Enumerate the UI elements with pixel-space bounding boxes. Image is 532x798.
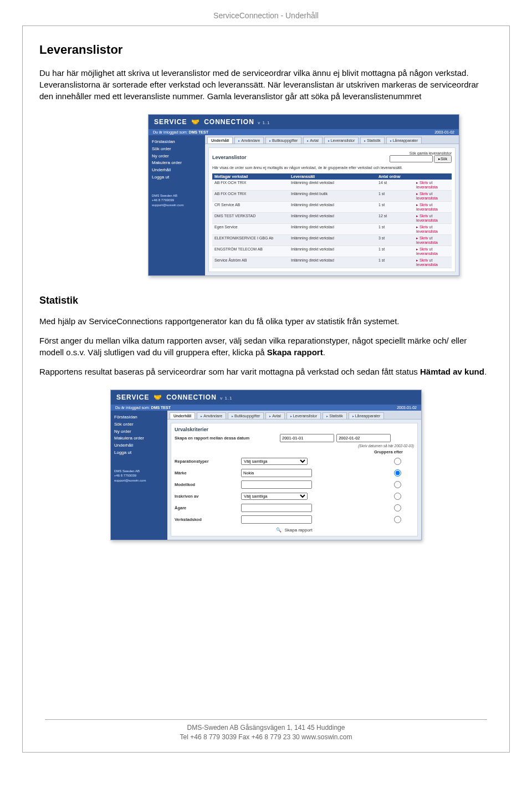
print-link[interactable]: ▸Skriv ut leveranslista <box>414 257 452 268</box>
tab-butiksuppgifter[interactable]: ▸Butiksuppgifter <box>228 412 264 419</box>
panel-title: Leveranslistor <box>212 155 247 160</box>
modellkod-input[interactable] <box>241 480 312 489</box>
section1-paragraph: Du har här möjlighet att skriva ut lever… <box>39 67 493 102</box>
doc-header: ServiceConnection - Underhåll <box>22 11 510 20</box>
print-link[interactable]: ▸Skriv ut leveranslista <box>414 235 452 245</box>
table-row: CR Service ABInlämning direkt verkstad1 … <box>212 202 452 213</box>
sidebar: Förstasidan Sök order Ny order Makulera … <box>149 135 205 275</box>
print-link[interactable]: ▸Skriv ut leveranslista <box>414 213 452 223</box>
screenshot-leveranslistor-wrap: SERVICE 🤝 CONNECTION v 1.1 Du är inlogga… <box>39 114 493 276</box>
app-header: SERVICE 🤝 CONNECTION v 1.1 <box>149 115 459 129</box>
sidebar-item[interactable]: Underhåll <box>114 442 164 449</box>
row-modellkod: Modellkod <box>175 479 414 489</box>
sidebar-item[interactable]: Makulera order <box>114 435 164 442</box>
sidebar-item[interactable]: Ny order <box>152 153 202 160</box>
tab-butiksuppgifter[interactable]: ▸Butiksuppgifter <box>265 137 301 144</box>
group-radio-inskriven[interactable] <box>394 493 401 500</box>
support-block: DMS Sweden AB +46 8 7793039 support@sosw… <box>152 193 202 207</box>
group-radio-agare[interactable] <box>394 504 401 511</box>
table-header: Mottagar verkstad Leveranssätt Antal ord… <box>212 173 452 180</box>
screenshot-leveranslistor: SERVICE 🤝 CONNECTION v 1.1 Du är inlogga… <box>148 114 459 276</box>
table-row: AB FIX OCH TRIXInlämning direkt verkstad… <box>212 180 452 191</box>
agare-input[interactable] <box>241 504 312 512</box>
magnifier-icon: 🔍 <box>276 528 282 533</box>
tab-avtal[interactable]: ▸Avtal <box>265 412 284 419</box>
tab-statistik[interactable]: ▸Statistik <box>360 137 385 144</box>
date-to-input[interactable] <box>336 434 391 442</box>
login-bar: Du är inloggad som: DMS TEST 2003-01-02 <box>111 405 421 411</box>
section2-p3: Rapportens resultat baseras på serviceor… <box>39 366 493 377</box>
group-radio-marke[interactable] <box>394 469 401 477</box>
sidebar-item[interactable]: Sök order <box>152 146 202 153</box>
sidebar-item[interactable]: Underhåll <box>152 167 202 174</box>
print-link[interactable]: ▸Skriv ut leveranslista <box>414 191 452 201</box>
search-block: Sök gamla leveranslistor ▸Sök <box>390 151 452 163</box>
sidebar: Förstasidan Sök order Ny order Makulera … <box>111 411 167 540</box>
print-link[interactable]: ▸Skriv ut leveranslista <box>414 202 452 212</box>
section2-p1: Med hjälp av ServiceConnections rapportg… <box>39 315 493 327</box>
section2-p2: Först anger du mellan vilka datum rappor… <box>39 335 493 358</box>
table-row: ENGSTRÖM TELECOM ABInlämning direkt verk… <box>212 246 452 257</box>
tab-laneapparater[interactable]: ▸Låneapparater <box>386 137 422 144</box>
sidebar-item[interactable]: Makulera order <box>152 160 202 167</box>
app-header: SERVICE 🤝 CONNECTION v 1.1 <box>111 390 421 405</box>
search-input[interactable] <box>390 155 433 162</box>
sidebar-item[interactable]: Sök order <box>114 421 164 428</box>
date-from-input[interactable] <box>280 434 334 442</box>
support-block: DMS Sweden AB +46 8 7793039 support@sosw… <box>114 469 164 483</box>
marke-input[interactable] <box>241 469 312 477</box>
reparationstyper-select[interactable]: Välj samtliga <box>241 458 308 465</box>
panel-description: Här visas de order som ännu ej mottagits… <box>212 165 452 170</box>
row-agare: Ägare <box>175 503 414 513</box>
handshake-icon: 🤝 <box>152 393 164 401</box>
tab-avtal[interactable]: ▸Avtal <box>303 137 322 144</box>
tab-underhall[interactable]: Underhåll <box>170 412 195 419</box>
row-verkstad: Verkstadskod <box>175 514 414 524</box>
date-hint: (Skriv datumen så här 2002-02-03) <box>358 444 414 448</box>
row-marke: Märke <box>175 468 414 478</box>
panel-title: Urvalskriterier <box>175 427 414 432</box>
login-bar: Du är inloggad som: DMS TEST 2003-01-02 <box>149 129 459 135</box>
table-row: ELEKTRONIKSERVICE I GBG AbInlämning dire… <box>212 235 452 246</box>
row-reparationstyper: Reparationstyper Välj samtliga <box>175 456 414 466</box>
group-radio-modellkod[interactable] <box>394 481 401 488</box>
tab-laneapparater[interactable]: ▸Låneapparater <box>349 412 385 419</box>
table-row: Egen ServiceInlämning direkt verkstad1 s… <box>212 224 452 235</box>
print-link[interactable]: ▸Skriv ut leveranslista <box>414 224 452 234</box>
handshake-icon: 🤝 <box>190 118 202 126</box>
tab-bar: Underhåll ▸Användare ▸Butiksuppgifter ▸A… <box>167 411 421 420</box>
row-inskriven: Inskriven av Välj samtliga <box>175 491 414 501</box>
date-row: Skapa en rapport mellan dessa datum <box>175 434 414 442</box>
table-row: Service Åström ABInlämning direkt verkst… <box>212 257 452 268</box>
table-row: AB FIX OCH TRIXInlämning direkt butik1 s… <box>212 191 452 202</box>
sidebar-item[interactable]: Förstasidan <box>114 414 164 421</box>
tab-underhall[interactable]: Underhåll <box>207 137 233 144</box>
tab-statistik[interactable]: ▸Statistik <box>323 412 347 419</box>
search-label: Sök gamla leveranslistor <box>390 151 452 155</box>
tab-bar: Underhåll ▸Användare ▸Butiksuppgifter ▸A… <box>205 135 459 144</box>
screenshot-statistik: SERVICE 🤝 CONNECTION v 1.1 Du är inlogga… <box>110 390 422 540</box>
search-button[interactable]: ▸Sök <box>434 155 452 163</box>
create-report-link[interactable]: Skapa rapport <box>284 528 312 533</box>
group-by-label: Gruppera efter <box>175 449 414 454</box>
sidebar-item[interactable]: Ny order <box>114 428 164 436</box>
print-link[interactable]: ▸Skriv ut leveranslista <box>414 180 452 190</box>
group-radio-verkstad[interactable] <box>394 516 401 523</box>
group-radio-reparationstyper[interactable] <box>394 458 401 465</box>
screenshot-statistik-wrap: SERVICE 🤝 CONNECTION v 1.1 Du är inlogga… <box>39 390 493 540</box>
table-row: DMS TEST VERKSTADInlämning direkt verkst… <box>212 213 452 224</box>
tab-leveranslistor[interactable]: ▸Leveranslistor <box>324 137 359 144</box>
section1-title: Leveranslistor <box>39 43 493 57</box>
sidebar-item[interactable]: Förstasidan <box>152 139 202 146</box>
sidebar-item[interactable]: Logga ut <box>114 449 164 457</box>
inskriven-select[interactable]: Välj samtliga <box>241 493 308 500</box>
verkstad-input[interactable] <box>241 515 312 524</box>
content-box: Leveranslistor Du har här möjlighet att … <box>22 25 510 753</box>
section2-title: Statistik <box>39 295 493 306</box>
tab-anvandare[interactable]: ▸Användare <box>197 412 226 419</box>
print-link[interactable]: ▸Skriv ut leveranslista <box>414 246 452 257</box>
page-footer: DMS-Sweden AB Gåsängsvägen 1, 141 45 Hud… <box>23 719 509 742</box>
sidebar-item[interactable]: Logga ut <box>152 174 202 181</box>
tab-leveranslistor[interactable]: ▸Leveranslistor <box>287 412 321 419</box>
tab-anvandare[interactable]: ▸Användare <box>234 137 264 144</box>
